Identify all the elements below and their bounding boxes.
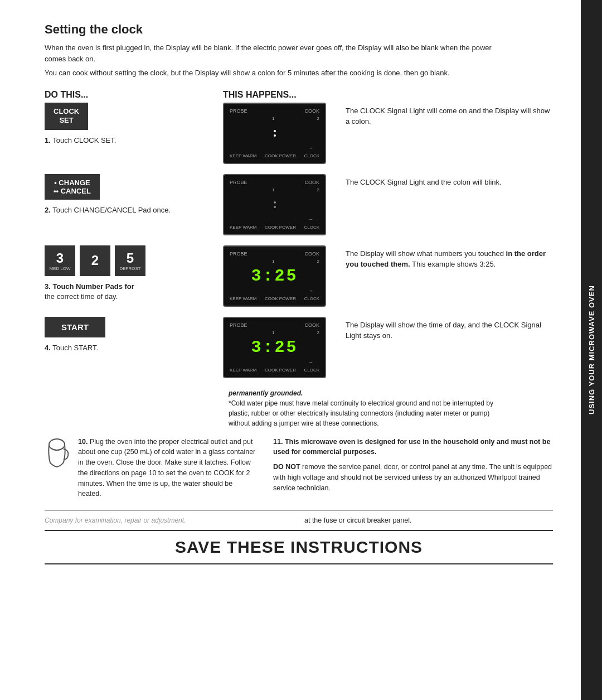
- step-1-row: CLOCK SET 1. Touch CLOCK SET. PROBE COOK…: [45, 103, 553, 164]
- number-pad-group: 3 MED LOW 2 5 DEFROST: [45, 245, 145, 276]
- time-display-325: 3:25: [251, 267, 298, 286]
- step-3-desc: The Display will show what numbers you t…: [346, 245, 553, 270]
- step-3-left: 3 MED LOW 2 5 DEFROST 3. Touch Number Pa…: [45, 245, 223, 302]
- this-happens-header: THIS HAPPENS...: [223, 90, 553, 100]
- microwave-4: PROBE COOK 1 2 3:25 → KEEP WARM COOK PO: [223, 317, 326, 378]
- step-1-label: 1. Touch CLOCK SET.: [45, 136, 116, 146]
- pad-2[interactable]: 2: [80, 245, 110, 276]
- step-4-display: PROBE COOK 1 2 3:25 → KEEP WARM COOK PO: [223, 317, 334, 378]
- step-1-display: PROBE COOK 1 2 →: [223, 103, 334, 164]
- colon-dots-2: [274, 200, 276, 209]
- cook-label: COOK: [304, 108, 319, 114]
- footer-left: Company for examination, repair or adjus…: [45, 516, 293, 524]
- step-1-left: CLOCK SET 1. Touch CLOCK SET.: [45, 103, 223, 146]
- page-wrapper: Setting the clock When the oven is first…: [0, 0, 602, 700]
- save-instructions-banner: SAVE THESE INSTRUCTIONS: [45, 530, 553, 564]
- columns-header: DO THIS... THIS HAPPENS...: [45, 90, 553, 100]
- footer-section: Company for examination, repair or adjus…: [45, 510, 553, 564]
- time-display-325b: 3:25: [251, 338, 298, 357]
- step-2-label: 2. Touch CHANGE/CANCEL Pad once.: [45, 205, 171, 215]
- step-4-label: 4. Touch START.: [45, 343, 98, 353]
- step-2-desc: The CLOCK Signal Light and the colon wil…: [346, 174, 553, 188]
- bottom-left-col: 10. Plug the oven into the proper electr…: [45, 437, 256, 500]
- grounding-section: permanently grounded. *Cold water pipe m…: [45, 388, 553, 428]
- sidebar-tab: USING YOUR MICROWAVE OVEN: [581, 0, 602, 700]
- step-4-desc: The Display will show the time of day, a…: [346, 317, 553, 341]
- colon-dots: [274, 129, 276, 138]
- intro-line1: When the oven is first plugged in, the D…: [45, 42, 502, 64]
- probe-label-2: PROBE: [230, 180, 247, 185]
- intro-line2: You can cook without setting the clock, …: [45, 67, 502, 79]
- step-2-display: PROBE COOK 1 2 →: [223, 174, 334, 235]
- microwave-1: PROBE COOK 1 2 →: [223, 103, 326, 164]
- main-content: Setting the clock When the oven is first…: [0, 0, 581, 700]
- pad-3[interactable]: 3 MED LOW: [45, 245, 75, 276]
- step-3-display: PROBE COOK 1 2 3:25 → KEEP WARM COOK PO: [223, 245, 334, 307]
- cook-label-2: COOK: [304, 180, 319, 185]
- section-title: Setting the clock: [45, 22, 553, 37]
- bottom-right-col: 11. This microwave oven is designed for …: [273, 437, 553, 500]
- microwave-3: PROBE COOK 1 2 3:25 → KEEP WARM COOK PO: [223, 245, 326, 307]
- cook1: 1: [272, 116, 274, 121]
- step-4-row: START 4. Touch START. PROBE COOK 1 2: [45, 317, 553, 378]
- microwave-2: PROBE COOK 1 2 →: [223, 174, 326, 235]
- keep-warm-label: KEEP WARM: [230, 153, 256, 158]
- step-1-desc: The CLOCK Signal Light will come on and …: [346, 103, 553, 127]
- step-3-label: 3. Touch Number Pads for the correct tim…: [45, 282, 134, 302]
- step-2-left: • CHANGE •• CANCEL 2. Touch CHANGE/CANCE…: [45, 174, 223, 215]
- start-button[interactable]: START: [45, 317, 105, 337]
- footer-two-col: Company for examination, repair or adjus…: [45, 516, 553, 524]
- svg-point-0: [49, 439, 65, 450]
- pitcher-icon: [45, 438, 72, 469]
- step-2-row: • CHANGE •• CANCEL 2. Touch CHANGE/CANCE…: [45, 174, 553, 235]
- cook-power-label: COOK POWER: [265, 153, 296, 158]
- change-cancel-button[interactable]: • CHANGE •• CANCEL: [45, 174, 100, 200]
- pad-5[interactable]: 5 DEFROST: [115, 245, 145, 276]
- bottom-section: 10. Plug the oven into the proper electr…: [45, 437, 553, 500]
- cook2: 2: [317, 116, 319, 121]
- step-3-row: 3 MED LOW 2 5 DEFROST 3. Touch Number Pa…: [45, 245, 553, 307]
- grounding-text: permanently grounded. *Cold water pipe m…: [229, 388, 496, 428]
- do-this-header: DO THIS...: [45, 90, 223, 100]
- clock-label-1: CLOCK: [304, 153, 319, 158]
- clock-set-button[interactable]: CLOCK SET: [45, 103, 88, 131]
- probe-label: PROBE: [230, 108, 247, 114]
- step-4-left: START 4. Touch START.: [45, 317, 223, 353]
- footer-right: at the fuse or circuit breaker panel.: [304, 516, 553, 524]
